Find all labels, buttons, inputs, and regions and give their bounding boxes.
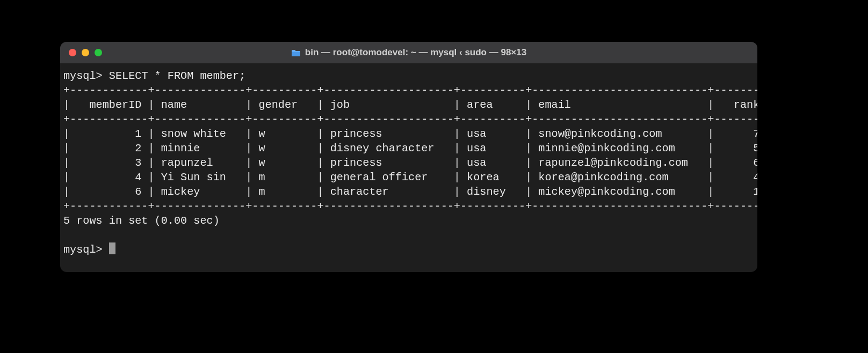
prompt: mysql> [63,70,103,82]
close-icon[interactable] [69,49,76,56]
result-table: +------------+--------------+----------+… [63,84,757,212]
terminal-window: bin — root@tomodevel: ~ — mysql ‹ sudo —… [60,42,757,272]
window-title-wrap: bin — root@tomodevel: ~ — mysql ‹ sudo —… [60,47,757,58]
prompt: mysql> [63,244,103,256]
cursor-icon [109,242,115,254]
zoom-icon[interactable] [95,49,102,56]
terminal-content[interactable]: mysql> SELECT * FROM member; +----------… [60,63,757,272]
minimize-icon[interactable] [82,49,89,56]
sql-command: SELECT * FROM member; [109,70,245,82]
traffic-lights [60,49,102,56]
result-footer: 5 rows in set (0.00 sec) [63,215,220,227]
folder-icon [291,49,301,56]
titlebar: bin — root@tomodevel: ~ — mysql ‹ sudo —… [60,42,757,63]
window-title: bin — root@tomodevel: ~ — mysql ‹ sudo —… [305,47,526,58]
